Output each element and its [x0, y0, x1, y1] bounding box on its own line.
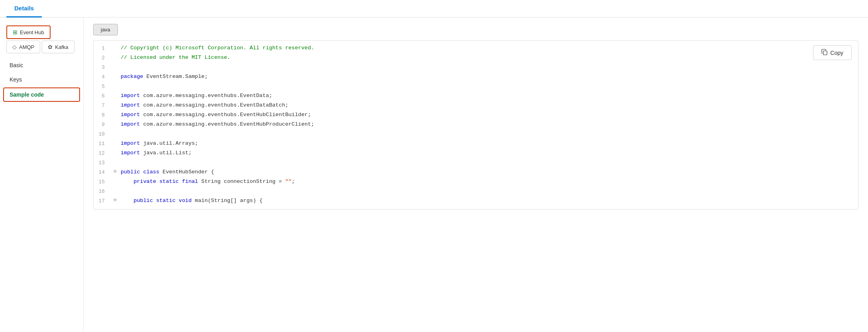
code-line: 9 import com.azure.messaging.eventhubs.E…	[94, 120, 858, 130]
line-number: 7	[94, 101, 111, 110]
code-line: 13	[94, 158, 858, 168]
lang-tab-java-label: java	[101, 27, 110, 33]
svg-rect-0	[823, 51, 827, 55]
copy-button-label: Copy	[830, 50, 843, 56]
eventhub-icon: ⊞	[13, 29, 18, 35]
code-line: 3	[94, 63, 858, 72]
line-number: 16	[94, 187, 111, 196]
nav-item-keys-label: Keys	[10, 76, 22, 83]
code-line: 1 // Copyright (c) Microsoft Corporation…	[94, 44, 858, 53]
line-number: 6	[94, 91, 111, 101]
code-line: 17 ⊟ public static void main(String[] ar…	[94, 196, 858, 206]
line-content: import com.azure.messaging.eventhubs.Eve…	[119, 101, 858, 110]
line-number: 15	[94, 177, 111, 186]
line-number: 11	[94, 139, 111, 148]
line-content: import java.util.Arrays;	[119, 139, 858, 148]
amqp-icon: ◇	[12, 44, 17, 50]
code-line: 7 import com.azure.messaging.eventhubs.E…	[94, 101, 858, 111]
nav-item-keys[interactable]: Keys	[0, 72, 83, 87]
line-number: 5	[94, 82, 111, 91]
page-container: Details ⊞ Event Hub ◇ AMQP ✿ Kafka	[0, 0, 868, 332]
code-line: 16	[94, 187, 858, 196]
protocol-tab-amqp[interactable]: ◇ AMQP	[6, 41, 40, 53]
line-content: private static final String connectionSt…	[119, 177, 858, 186]
protocol-tab-eventhub-label: Event Hub	[20, 29, 44, 35]
copy-button[interactable]: Copy	[813, 45, 852, 60]
line-number: 2	[94, 53, 111, 62]
protocol-tabs: ⊞ Event Hub ◇ AMQP ✿ Kafka	[0, 21, 83, 56]
line-content: // Copyright (c) Microsoft Corporation. …	[119, 44, 858, 53]
kafka-icon: ✿	[48, 44, 53, 50]
code-line: 6 import com.azure.messaging.eventhubs.E…	[94, 91, 858, 101]
nav-item-samplecode[interactable]: Sample code	[3, 87, 80, 102]
line-number: 14	[94, 168, 111, 177]
code-line: 5	[94, 82, 858, 91]
line-number: 4	[94, 72, 111, 82]
code-line: 15 private static final String connectio…	[94, 177, 858, 187]
tab-details[interactable]: Details	[6, 0, 42, 17]
line-content: import com.azure.messaging.eventhubs.Eve…	[119, 91, 858, 101]
line-number: 8	[94, 111, 111, 120]
code-line: 8 import com.azure.messaging.eventhubs.E…	[94, 111, 858, 120]
line-content: public static void main(String[] args) {	[119, 196, 858, 206]
line-number: 10	[94, 130, 111, 139]
protocol-tab-amqp-label: AMQP	[19, 44, 34, 50]
nav-item-samplecode-label: Sample code	[10, 91, 44, 98]
lang-tab-java[interactable]: java	[93, 24, 118, 35]
line-number: 12	[94, 149, 111, 158]
protocol-tab-kafka[interactable]: ✿ Kafka	[42, 41, 74, 53]
nav-item-basic-label: Basic	[10, 62, 23, 68]
code-line: 10	[94, 130, 858, 139]
line-content: import com.azure.messaging.eventhubs.Eve…	[119, 111, 858, 120]
nav-items: Basic Keys Sample code	[0, 58, 83, 102]
line-number: 1	[94, 44, 111, 53]
protocol-tab-eventhub[interactable]: ⊞ Event Hub	[6, 25, 51, 39]
line-content: import java.util.List;	[119, 149, 858, 158]
code-wrapper: Copy 1 // Copyright (c) Microsoft Corpor…	[93, 40, 858, 210]
line-number: 13	[94, 158, 111, 167]
code-line: 11 import java.util.Arrays;	[94, 139, 858, 149]
code-line: 2 // Licensed under the MIT License.	[94, 53, 858, 63]
code-line: 12 import java.util.List;	[94, 149, 858, 158]
line-number: 3	[94, 63, 111, 72]
line-content: // Licensed under the MIT License.	[119, 53, 858, 62]
line-number: 17	[94, 196, 111, 206]
line-content: package EventStream.Sample;	[119, 72, 858, 82]
fold-icon[interactable]: ⊟	[111, 196, 119, 204]
code-line: 14 ⊟ public class EventHubSender {	[94, 168, 858, 177]
sidebar: ⊞ Event Hub ◇ AMQP ✿ Kafka Basic	[0, 17, 84, 332]
protocol-tab-kafka-label: Kafka	[55, 44, 68, 50]
code-editor: 1 // Copyright (c) Microsoft Corporation…	[94, 41, 858, 209]
copy-icon	[821, 49, 828, 56]
content-area: java Copy	[84, 17, 868, 332]
line-number: 9	[94, 120, 111, 129]
fold-icon[interactable]: ⊟	[111, 168, 119, 175]
top-tabs: Details	[0, 0, 868, 17]
line-content: import com.azure.messaging.eventhubs.Eve…	[119, 120, 858, 129]
nav-item-basic[interactable]: Basic	[0, 58, 83, 72]
lang-tab-bar: java	[93, 24, 858, 35]
line-content: public class EventHubSender {	[119, 168, 858, 177]
code-line: 4 package EventStream.Sample;	[94, 72, 858, 82]
main-layout: ⊞ Event Hub ◇ AMQP ✿ Kafka Basic	[0, 17, 868, 332]
